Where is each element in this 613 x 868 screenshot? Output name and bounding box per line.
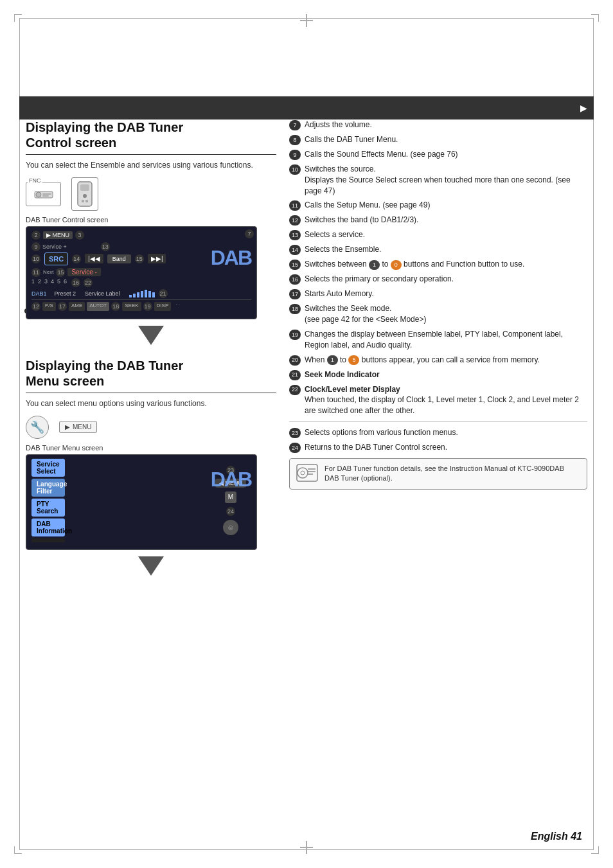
num-badge-17: 17 — [58, 302, 67, 311]
item-12: 12 Switches the band (to DAB1/2/3). — [289, 215, 587, 226]
num-24: 24 — [289, 443, 301, 453]
num-21: 21 — [289, 370, 301, 380]
header-bar: ▶ — [19, 96, 594, 120]
remote-icon — [76, 181, 93, 208]
item-10: 10 Switches the source.Displays the Sour… — [289, 164, 587, 196]
fnc-label: FNC — [28, 177, 42, 184]
device-icon-box2 — [71, 177, 98, 211]
item-20: 20 When 1 to 5 buttons appear, you can c… — [289, 355, 587, 366]
right-column: 7 Adjusts the volume. 8 Calls the DAB Tu… — [289, 120, 587, 829]
border-left — [19, 18, 20, 850]
info-box: For DAB Tuner function details, see the … — [289, 458, 587, 490]
menu-item-5 — [31, 538, 65, 542]
num-badge-18: 18 — [111, 302, 120, 311]
item-24-text: Returns to the DAB Tuner Control screen. — [305, 442, 447, 453]
section2: Displaying the DAB TunerMenu screen You … — [26, 358, 276, 576]
device-icon-box1: FNC — [26, 182, 61, 206]
menu-items-list: Service Select Language Filter PTY Searc… — [31, 459, 93, 542]
item-11-text: Calls the Setup Menu. (see page 49) — [305, 200, 430, 211]
svg-rect-2 — [42, 193, 51, 195]
menu-dab-big: DAB — [211, 468, 251, 492]
num-16: 16 — [289, 274, 301, 285]
dab-big-text: DAB — [211, 246, 251, 270]
section1: Displaying the DAB TunerControl screen Y… — [26, 120, 276, 345]
item-15-text: Switches between 1 to 0 buttons and Func… — [305, 259, 524, 270]
num-7: 7 — [289, 120, 301, 130]
left-column: Displaying the DAB TunerControl screen Y… — [26, 120, 276, 829]
seek-btn: SEEK — [122, 302, 141, 311]
section2-divider — [26, 393, 276, 393]
dab-footer-btns: 12 P/S 17 AME AUTOT 18 SEEK 19 DISP · · — [31, 299, 251, 311]
item-19: 19 Changes the display between Ensemble … — [289, 329, 587, 351]
section2-desc: You can select menu options using variou… — [26, 398, 276, 409]
arrow-down — [138, 326, 164, 345]
band-btn: Band — [107, 254, 131, 263]
menu-item-2: Language Filter — [31, 479, 65, 497]
num-badge-11: 11 — [31, 268, 40, 277]
svg-rect-5 — [80, 184, 89, 191]
section1-desc: You can select the Ensemble and services… — [26, 160, 276, 171]
item-21: 21 Seek Mode Indicator — [289, 369, 587, 380]
src-btn: SRC — [44, 252, 68, 265]
item-14-text: Selects the Ensemble. — [305, 244, 381, 255]
item-7: 7 Adjusts the volume. — [289, 120, 587, 130]
service-minus: Service - — [67, 268, 100, 276]
ps-btn: P/S — [42, 302, 56, 311]
menu-device-icons: 🔧 ▶ MENU — [26, 416, 276, 439]
item-7-text: Adjusts the volume. — [305, 120, 372, 130]
signal-bars — [129, 290, 155, 297]
num-18: 18 — [289, 304, 301, 314]
item-13-text: Selects a service. — [305, 229, 365, 240]
dab-screen-top: 2 ▶ MENU 3 7 — [31, 231, 251, 240]
num-badge-19: 19 — [143, 302, 152, 311]
num-badge-10: 10 — [31, 254, 40, 263]
num-13: 13 — [289, 230, 301, 240]
prev-btn: |◀◀ — [85, 254, 103, 263]
item-16: 16 Selects the primary or secondary oper… — [289, 274, 587, 285]
item-15: 15 Switches between 1 to 0 buttons and F… — [289, 259, 587, 270]
numbered-list-2: 23 Selects options from various function… — [289, 427, 587, 453]
dab-menu-screen: Service Select Language Filter PTY Searc… — [26, 454, 257, 550]
svg-rect-7 — [82, 200, 84, 202]
section1-divider — [26, 154, 276, 155]
menu-items-container: Service Select Language Filter PTY Searc… — [31, 459, 65, 542]
item-23: 23 Selects options from various function… — [289, 427, 587, 438]
num-badge-15: 15 — [135, 254, 144, 263]
menu-dial: ◎ — [223, 520, 238, 535]
menu-item-1: Service Select — [31, 459, 65, 477]
item-23-text: Selects options from various function me… — [305, 427, 458, 438]
numbered-list-1: 7 Adjusts the volume. 8 Calls the DAB Tu… — [289, 120, 587, 416]
next-btn: ▶▶| — [148, 254, 166, 263]
menu-btn: ▶ MENU — [43, 231, 73, 239]
menu-icon-label: MENU — [73, 423, 91, 430]
screen-label1: DAB Tuner Control screen — [26, 216, 276, 224]
svg-point-6 — [83, 194, 87, 198]
arrow-down-2 — [138, 556, 164, 576]
item-18: 18 Switches the Seek mode.(see page 42 f… — [289, 303, 587, 325]
btn-5-inline: 5 — [348, 355, 359, 365]
item-12-text: Switches the band (to DAB1/2/3). — [305, 215, 418, 226]
svg-marker-10 — [138, 556, 164, 576]
info-text: For DAB Tuner function details, see the … — [324, 464, 580, 484]
disc-icon — [296, 464, 318, 482]
item-8-text: Calls the DAB Tuner Menu. — [305, 134, 398, 145]
svg-point-12 — [298, 468, 308, 478]
item-9: 9 Calls the Sound Effects Menu. (see pag… — [289, 149, 587, 160]
device-icons: FNC — [26, 177, 276, 211]
autot-btn: AUTOT — [87, 302, 109, 311]
item-18-text: Switches the Seek mode.(see page 42 for … — [305, 303, 426, 325]
item-19-text: Changes the display between Ensemble lab… — [305, 329, 587, 351]
item-9-text: Calls the Sound Effects Menu. (see page … — [305, 149, 458, 160]
item-10-text: Switches the source.Displays the Source … — [305, 164, 587, 196]
border-right — [593, 18, 594, 850]
menu-item-4: DAB Information — [31, 518, 65, 536]
next-label: Next — [43, 269, 53, 275]
disp-btn: DISP — [154, 302, 172, 311]
num-badge-9: 9 — [31, 242, 40, 251]
section2-title: Displaying the DAB TunerMenu screen — [26, 358, 276, 389]
num-19: 19 — [289, 330, 301, 340]
num-11: 11 — [289, 200, 301, 211]
menu-icon-btn: ▶ MENU — [59, 421, 97, 433]
item-13: 13 Selects a service. — [289, 229, 587, 240]
right-divider — [289, 421, 587, 422]
